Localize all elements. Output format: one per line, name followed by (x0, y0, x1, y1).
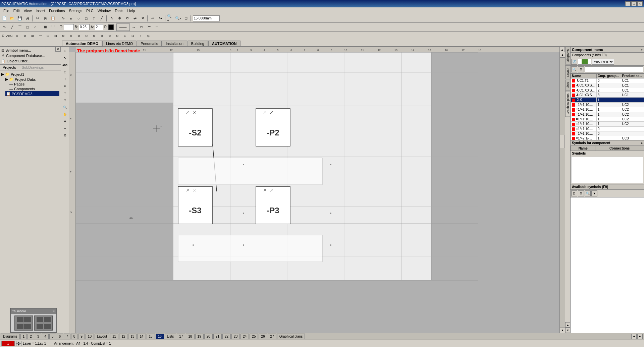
menu-window[interactable]: Window (96, 8, 113, 13)
zoom-out[interactable]: 🔍- (174, 15, 182, 22)
comp-settings-btn[interactable]: ⚙ (578, 66, 584, 72)
canvas-area[interactable]: The program is in Demo mode 8 9 10 11 12… (69, 47, 565, 333)
lists-side-tab[interactable]: Lists (565, 80, 570, 91)
tab-scroll-left[interactable]: ◄ (631, 334, 637, 339)
menu-tools[interactable]: Tools (113, 8, 125, 13)
grid-btn[interactable]: ⋮⋮ (49, 23, 57, 31)
btab-lists[interactable]: Lists (165, 334, 176, 339)
menu-settings[interactable]: Settings (67, 8, 85, 13)
symbol-menu-item[interactable]: ⊡ Symbol menu... (1, 48, 60, 53)
sym15[interactable]: ⊜ (106, 32, 113, 40)
zoom-in[interactable]: 🔍+ (167, 15, 174, 22)
scroll-down-btn[interactable]: ▼ (560, 328, 565, 333)
component-icon-btn[interactable]: ⊡ (62, 69, 68, 75)
comp-row-3[interactable]: -UC1:X3:S... 3 UC1 (571, 93, 644, 98)
maximize-button[interactable]: □ (631, 1, 637, 6)
scroll-track-top[interactable] (560, 58, 565, 135)
settings-icon-btn[interactable]: ⚙ (62, 132, 68, 139)
status-up[interactable]: ▲ (16, 341, 21, 344)
sym14[interactable]: ⊛ (98, 32, 106, 40)
menu-insert[interactable]: Insert (34, 8, 47, 13)
btab-13[interactable]: 13 (128, 334, 137, 339)
btab-9[interactable]: 9 (78, 334, 85, 339)
comp-row-7[interactable]: =1/+1:10.... 1 UC2 (571, 112, 644, 117)
layout-side-tab[interactable]: Layout (565, 65, 570, 79)
component-database-item[interactable]: 🗄 Component Database... (1, 53, 60, 58)
btab-1[interactable]: 1 (20, 334, 27, 339)
comp-search-input[interactable] (585, 66, 643, 72)
tab-pneumatic[interactable]: Pneumatic (137, 41, 162, 46)
sym21[interactable]: — (152, 32, 160, 40)
cross-icon-btn[interactable]: ✚ (62, 118, 68, 125)
tree-components[interactable]: — Components (9, 86, 59, 91)
mectype-dropdown[interactable]: MECTYPE (592, 59, 614, 65)
sym3[interactable]: ⊙ (13, 32, 21, 40)
select-button[interactable]: ↖ (108, 15, 115, 22)
tab-scroll-right[interactable]: ► (637, 334, 643, 339)
bus-tool[interactable]: ≡ (67, 15, 74, 22)
tab-building[interactable]: Building (187, 41, 208, 46)
undo-button[interactable]: ↩ (149, 15, 156, 22)
menu-functions[interactable]: Functions (47, 8, 67, 13)
btab-7[interactable]: 7 (64, 334, 70, 339)
btab-layout[interactable]: Layout (95, 334, 109, 339)
btab-26[interactable]: 26 (259, 334, 267, 339)
btab-15[interactable]: 15 (147, 334, 155, 339)
menu-view[interactable]: View (22, 8, 34, 13)
tree-project1[interactable]: ▶ 📁 Project1 (1, 72, 59, 77)
tab-automation[interactable]: AUTOMATION (208, 41, 240, 46)
btab-21[interactable]: 21 (213, 334, 222, 339)
btab-23[interactable]: 23 (231, 334, 240, 339)
btab-graphical-plans[interactable]: Graphical plans (277, 334, 305, 339)
btab-22[interactable]: 22 (222, 334, 231, 339)
abc-icon-btn[interactable]: ABC (62, 62, 68, 68)
copy-button[interactable]: ⎘ (42, 15, 49, 22)
bus-icon-btn[interactable]: ≡ (62, 83, 68, 90)
line-end-btn[interactable]: → (130, 23, 138, 31)
scroll-top-up[interactable]: ▲ (559, 47, 565, 52)
tree-pages[interactable]: — Pages (9, 82, 59, 86)
text-tool[interactable]: T (90, 15, 98, 22)
graphical-plans-side-tab[interactable]: Graphical plans (565, 91, 570, 117)
comp-row-0[interactable]: -UC1:T1 0 UC1 (571, 78, 644, 83)
rect-tool[interactable]: □ (83, 15, 90, 22)
sym16[interactable]: ⊝ (114, 32, 121, 40)
pointer-tool[interactable]: ↖ (1, 23, 8, 31)
component-menu-expand[interactable]: » (641, 48, 643, 52)
btab-2[interactable]: 2 (28, 334, 34, 339)
btab-27[interactable]: 27 (268, 334, 276, 339)
comp-row-5[interactable]: =1/+1:10.... 1 UC2 (571, 102, 644, 107)
line-btn[interactable]: ╱ (8, 23, 16, 31)
minimize-button[interactable]: ─ (625, 1, 631, 6)
comp-row-1[interactable]: -UC1:X3:S... 1 UC1 (571, 83, 644, 88)
rect-btn[interactable]: □ (24, 23, 31, 31)
comp-row-12[interactable]: =1/+2:1/-... 1 UC3 (571, 136, 644, 140)
comp-row-11[interactable]: =1/+1:10.... 0 (571, 131, 644, 136)
scroll-up-btn[interactable]: ▲ (560, 52, 565, 58)
more-icon-btn[interactable]: ⋯ (62, 139, 68, 146)
btab-25[interactable]: 25 (250, 334, 258, 339)
subdrawings-tab[interactable]: SubDrawings (19, 65, 46, 70)
comp-row-6[interactable]: =1/+1:10.... 1 UC2 (571, 107, 644, 112)
edit-icon-btn[interactable]: ✏ (62, 125, 68, 132)
tab-installation[interactable]: Installation (162, 41, 187, 46)
btab-diagrams[interactable]: Diagrams (1, 334, 20, 339)
symbols-expand[interactable]: » (641, 141, 643, 145)
redo-button[interactable]: ↪ (157, 15, 164, 22)
canvas-vscroll[interactable]: ▲ ▼ (559, 52, 565, 333)
new-button[interactable]: 📄 (1, 15, 8, 22)
comp-row-10[interactable]: =1/+1:10.... 0 (571, 126, 644, 131)
arc-btn[interactable]: ⌒ (16, 23, 23, 31)
wire-icon-btn[interactable]: ⌇ (62, 76, 68, 82)
diagrams-side-tab[interactable]: Diagrams (565, 47, 570, 65)
tree-project-data[interactable]: ▶ 📁 Project Data: (5, 77, 59, 82)
avail-sym-btn2[interactable]: ⚙ (578, 190, 584, 196)
sym7[interactable]: ⊟ (44, 32, 52, 40)
line-tool[interactable]: ╱ (98, 15, 105, 22)
projects-tab[interactable]: Projects (0, 65, 19, 70)
menu-plc[interactable]: PLC (84, 8, 95, 13)
scissor-btn[interactable]: ✂ (138, 23, 145, 31)
tab-lines-demo[interactable]: Lines etc DEMO (102, 41, 137, 46)
avail-sym-btn4[interactable]: ▼ (591, 190, 597, 196)
sym13[interactable]: ⊚ (91, 32, 98, 40)
